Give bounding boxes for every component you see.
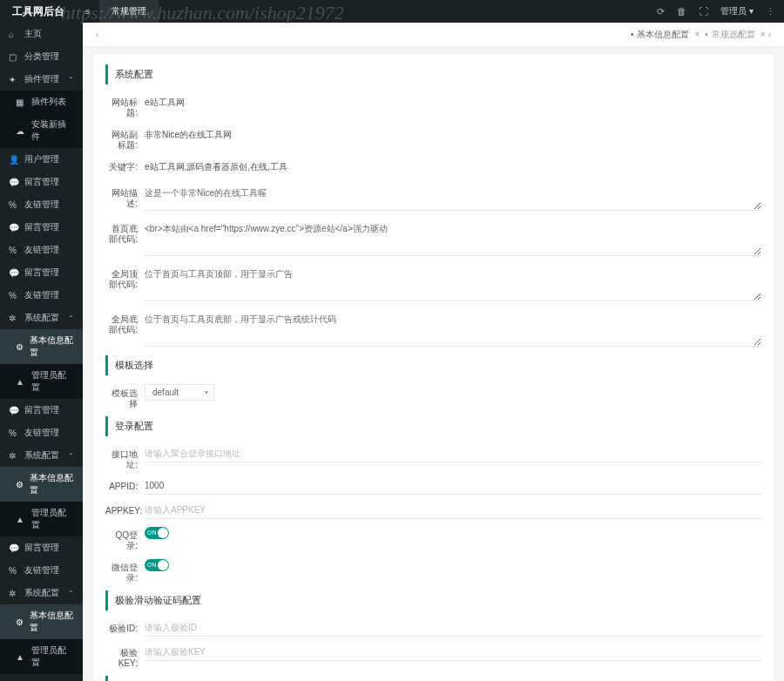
sidebar-item-sys2[interactable]: ✲系统配置⌃ bbox=[0, 444, 83, 467]
sidebar-item-link[interactable]: %友链管理 bbox=[0, 193, 83, 216]
chat-icon: 💬 bbox=[9, 178, 19, 187]
link-icon: % bbox=[9, 566, 19, 576]
sidebar-item-plugin-list[interactable]: ▦插件列表 bbox=[0, 91, 83, 113]
sidebar-item-admincfg[interactable]: ▲管理员配置 bbox=[0, 364, 83, 399]
switch-wx-login[interactable]: ON bbox=[145, 559, 169, 571]
user-icon: 👤 bbox=[9, 155, 19, 165]
input-jy-key[interactable] bbox=[145, 644, 761, 661]
more-icon[interactable]: ⋮ bbox=[766, 6, 775, 17]
input-appid[interactable] bbox=[145, 477, 761, 495]
sidebar-label: 系统配置 bbox=[24, 587, 59, 599]
input-home-footer[interactable] bbox=[145, 219, 761, 256]
sidebar-item-link3[interactable]: %友链管理 bbox=[0, 284, 83, 307]
refresh-icon[interactable]: ⟳ bbox=[657, 6, 665, 17]
label-appkey: APPKEY: bbox=[105, 502, 145, 516]
sidebar-item-msg4[interactable]: 💬留言管理 bbox=[0, 399, 83, 421]
breadcrumb-admin[interactable]: 常规选配置 bbox=[705, 29, 755, 41]
sidebar-item-link2[interactable]: %友链管理 bbox=[0, 239, 83, 261]
input-api-url[interactable] bbox=[145, 445, 761, 462]
sidebar-label: 分类管理 bbox=[24, 51, 59, 63]
breadcrumb-basic[interactable]: 基本信息配置 bbox=[631, 29, 690, 41]
sidebar-item-category[interactable]: ▢分类管理 bbox=[0, 45, 83, 68]
sidebar-label: 基本信息配置 bbox=[30, 472, 74, 496]
link-icon: % bbox=[9, 428, 19, 438]
fullscreen-icon[interactable]: ⛶ bbox=[699, 6, 708, 17]
label-qq-login: QQ登录: bbox=[105, 526, 145, 551]
sidebar-item-user[interactable]: 👤用户管理 bbox=[0, 148, 83, 171]
sidebar-label: 管理员配置 bbox=[31, 644, 74, 669]
input-appkey[interactable] bbox=[145, 502, 761, 519]
chevron-down-icon: ⌃ bbox=[68, 590, 74, 597]
breadcrumb-next-icon[interactable]: › bbox=[768, 30, 771, 39]
sidebar-item-plugin[interactable]: ✦插件管理⌃ bbox=[0, 68, 83, 91]
plugin-icon: ✦ bbox=[9, 75, 19, 84]
sidebar-item-sys3[interactable]: ✲系统配置⌃ bbox=[0, 582, 83, 604]
value-site-title: e站工具网 bbox=[145, 93, 761, 112]
cloud-icon: ☁ bbox=[16, 126, 26, 136]
label-home-footer: 首页底部代码: bbox=[105, 219, 145, 245]
sidebar-label: 留言管理 bbox=[24, 221, 59, 233]
sidebar-label: 基本信息配置 bbox=[30, 334, 74, 359]
sidebar-item-msg3[interactable]: 💬留言管理 bbox=[0, 261, 83, 284]
sidebar-item-link5[interactable]: %友链管理 bbox=[0, 559, 83, 582]
person-icon: ▲ bbox=[16, 515, 26, 524]
sidebar-item-msg2[interactable]: 💬留言管理 bbox=[0, 216, 83, 239]
label-tpl: 模板选择 bbox=[105, 384, 145, 409]
sidebar-item-sys[interactable]: ✲系统配置⌃ bbox=[0, 307, 83, 329]
breadcrumb-item[interactable]: ‹ bbox=[96, 30, 98, 39]
list-icon: ▦ bbox=[16, 98, 26, 107]
sidebar-item-basic2[interactable]: ⚙基本信息配置 bbox=[0, 467, 83, 502]
value-keywords: e站工具网,源码查看器原创,在线,工具 bbox=[145, 158, 761, 177]
switch-qq-login[interactable]: ON bbox=[145, 527, 169, 539]
label-keywords: 关键字: bbox=[105, 158, 145, 172]
sidebar-item-msg[interactable]: 💬留言管理 bbox=[0, 171, 83, 193]
sidebar-item-home[interactable]: ⌂主页 bbox=[0, 23, 83, 45]
cog-icon: ⚙ bbox=[16, 342, 24, 352]
tab-changgui[interactable]: 常规管理 bbox=[99, 0, 159, 23]
sidebar-label: 留言管理 bbox=[24, 266, 59, 279]
link-icon: % bbox=[9, 291, 19, 300]
input-site-desc[interactable] bbox=[145, 184, 761, 211]
chevron-down-icon: ⌃ bbox=[68, 452, 74, 460]
chevron-down-icon: ⌃ bbox=[68, 314, 74, 322]
sidebar-label: 留言管理 bbox=[24, 542, 59, 554]
sidebar-label: 主页 bbox=[24, 28, 42, 40]
sidebar-item-basic3[interactable]: ⚙基本信息配置 bbox=[0, 604, 83, 639]
label-global-top: 全局顶部代码: bbox=[105, 265, 145, 290]
sidebar-item-admincfg2[interactable]: ▲管理员配置 bbox=[0, 502, 83, 536]
sidebar: ⌂主页 ▢分类管理 ✦插件管理⌃ ▦插件列表 ☁安装新插件 👤用户管理 💬留言管… bbox=[0, 23, 83, 681]
brand: 工具网后台 bbox=[0, 4, 77, 19]
section-cdn: CDN地址配置 bbox=[105, 676, 761, 681]
top-right: ⟳ 🗑 ⛶ 管理员 ▾ ⋮ bbox=[657, 5, 784, 17]
sidebar-label: 系统配置 bbox=[24, 312, 59, 324]
sidebar-label: 用户管理 bbox=[24, 153, 59, 165]
sidebar-item-admincfg3[interactable]: ▲管理员配置 bbox=[0, 639, 83, 674]
trash-icon[interactable]: 🗑 bbox=[677, 6, 686, 17]
sidebar-label: 友链管理 bbox=[24, 427, 59, 439]
input-global-top[interactable] bbox=[145, 265, 761, 301]
label-site-sub: 网站副标题: bbox=[105, 125, 145, 151]
admin-dropdown[interactable]: 管理员 ▾ bbox=[720, 5, 754, 17]
input-jy-id[interactable] bbox=[145, 619, 761, 637]
bookmark-icon: ▢ bbox=[9, 52, 19, 62]
sidebar-item-basic[interactable]: ⚙基本信息配置 bbox=[0, 329, 83, 364]
select-template[interactable]: default bbox=[145, 384, 214, 401]
sidebar-label: 基本信息配置 bbox=[30, 610, 74, 634]
sidebar-item-link4[interactable]: %友链管理 bbox=[0, 421, 83, 444]
sidebar-label: 留言管理 bbox=[24, 404, 59, 416]
top-bar: 工具网后台 ≡ 常规管理 ⟳ 🗑 ⛶ 管理员 ▾ ⋮ bbox=[0, 0, 784, 23]
sidebar-item-plugin-install[interactable]: ☁安装新插件 bbox=[0, 113, 83, 148]
sidebar-label: 友链管理 bbox=[24, 199, 59, 211]
cog-icon: ⚙ bbox=[16, 617, 24, 627]
input-global-bottom[interactable] bbox=[145, 310, 761, 347]
link-icon: % bbox=[9, 246, 19, 255]
label-appid: APPID: bbox=[105, 477, 145, 492]
sidebar-label: 友链管理 bbox=[24, 289, 59, 301]
gear-icon: ✲ bbox=[9, 451, 19, 461]
sidebar-item-msg5[interactable]: 💬留言管理 bbox=[0, 536, 83, 559]
breadcrumb: ‹ 基本信息配置 × 常规选配置 × › bbox=[83, 23, 784, 47]
cog-icon: ⚙ bbox=[16, 480, 24, 489]
person-icon: ▲ bbox=[16, 377, 26, 387]
label-jy-id: 极验ID: bbox=[105, 619, 145, 634]
menu-toggle-icon[interactable]: ≡ bbox=[77, 0, 99, 23]
